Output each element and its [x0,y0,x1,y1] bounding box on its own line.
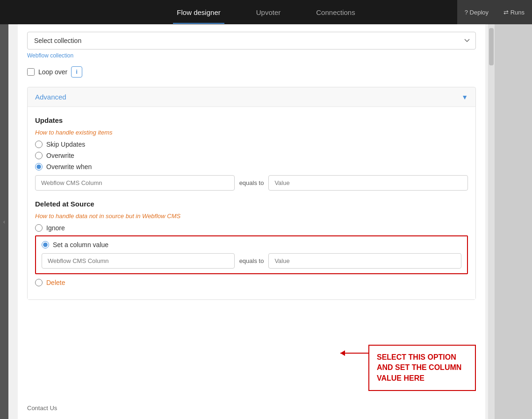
advanced-content: Updates How to handle existing items Ski… [28,107,475,299]
radio-skip-updates-input[interactable] [35,141,43,148]
right-panel [495,24,532,419]
radio-skip-updates-label: Skip Updates [46,141,85,148]
runs-button[interactable]: ⇄ Runs [496,0,532,24]
deleted-at-source-title: Deleted at Source [35,200,468,208]
tab-connections[interactable]: Connections [312,1,359,24]
updates-column-input[interactable] [35,175,235,191]
left-sidebar-strip: ‹ [0,24,8,419]
collection-select[interactable]: Select collection [27,32,476,50]
top-navigation: Flow designer Upvoter Connections ? Depl… [0,0,532,24]
panel-area: Select collection Webflow collection Loo… [8,24,495,419]
tab-flow-designer[interactable]: Flow designer [173,1,224,24]
radio-overwrite-when[interactable]: Overwrite when [35,163,468,170]
scroll-thumb[interactable] [489,28,494,65]
main-area: ‹ Select collection Webflow collection L… [0,24,532,419]
annotation-arrow [340,353,368,354]
loop-over-label: Loop over [38,68,67,76]
scroll-track[interactable] [488,24,495,419]
tab-upvoter[interactable]: Upvoter [252,1,285,24]
deleted-value-input[interactable] [268,253,461,269]
radio-overwrite-when-label: Overwrite when [46,163,92,170]
radio-set-column-label: Set a column value [53,241,108,249]
deleted-at-source-section: Deleted at Source How to handle data not… [35,200,468,286]
loop-over-info-button[interactable]: i [71,66,82,78]
updates-condition-row: equals to [35,175,468,191]
deleted-at-source-subtitle: How to handle data not in source but in … [35,213,468,220]
main-panel: Select collection Webflow collection Loo… [18,24,485,419]
updates-value-input[interactable] [268,175,468,191]
advanced-header[interactable]: Advanced ▼ [28,87,475,107]
top-right-actions: ? Deploy ⇄ Runs [457,0,532,24]
deleted-column-input[interactable] [42,253,235,269]
contact-us-link[interactable]: Contact Us [27,405,57,412]
deleted-equals-label: equals to [239,257,264,264]
radio-overwrite[interactable]: Overwrite [35,152,468,159]
collection-label: Webflow collection [27,52,476,59]
radio-overwrite-input[interactable] [35,152,43,159]
advanced-section: Advanced ▼ Updates How to handle existin… [27,87,476,300]
deleted-condition-row: equals to [42,253,461,269]
updates-section-title: Updates [35,116,468,124]
radio-delete-input[interactable] [35,279,43,286]
radio-set-column-input[interactable] [42,241,49,249]
annotation-box: SELECT THIS OPTION AND SET THE COLUMN VA… [368,345,476,391]
set-column-value-box: Set a column value equals to [35,235,468,274]
radio-overwrite-label: Overwrite [46,152,74,159]
advanced-chevron-icon: ▼ [461,93,468,101]
radio-delete-label: Delete [46,279,65,286]
info-icon: i [76,69,78,75]
radio-ignore-input[interactable] [35,224,43,232]
loop-over-checkbox[interactable] [27,68,35,76]
radio-skip-updates[interactable]: Skip Updates [35,141,468,148]
radio-set-column[interactable]: Set a column value [42,241,461,249]
left-arrow-icon: ‹ [3,219,5,225]
deploy-button[interactable]: ? Deploy [457,0,496,24]
radio-ignore-label: Ignore [46,224,65,232]
updates-equals-label: equals to [239,179,264,186]
updates-subtitle: How to handle existing items [35,129,468,136]
annotation-text: SELECT THIS OPTION AND SET THE COLUMN VA… [377,353,461,382]
loop-over-row: Loop over i [27,66,476,78]
advanced-title: Advanced [35,93,66,101]
radio-overwrite-when-input[interactable] [35,163,43,170]
radio-ignore[interactable]: Ignore [35,224,468,232]
radio-delete[interactable]: Delete [35,279,468,286]
